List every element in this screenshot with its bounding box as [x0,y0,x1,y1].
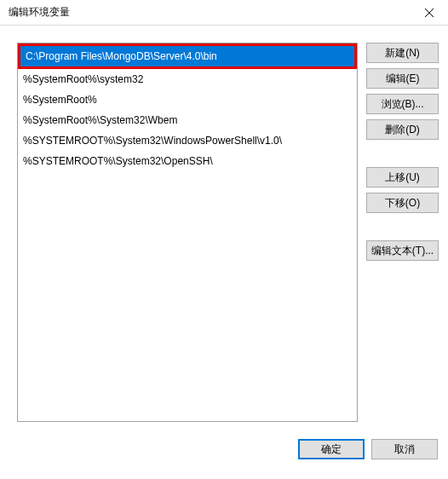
close-button[interactable] [410,0,448,26]
list-item[interactable]: %SystemRoot%\System32\Wbem [18,110,357,130]
browse-button[interactable]: 浏览(B)... [366,94,439,114]
footer: 确定 取消 [0,430,448,470]
button-column: 新建(N) 编辑(E) 浏览(B)... 删除(D) 上移(U) 下移(O) 编… [366,43,439,422]
new-button[interactable]: 新建(N) [366,43,439,63]
spacer [366,145,439,162]
list-item[interactable]: %SYSTEMROOT%\System32\WindowsPowerShell\… [18,130,357,151]
edit-text-button[interactable]: 编辑文本(T)... [366,240,439,261]
content-area: C:\Program Files\MongoDB\Server\4.0\bin … [0,26,448,430]
spacer [366,218,439,235]
edit-button[interactable]: 编辑(E) [366,68,439,89]
list-item[interactable]: C:\Program Files\MongoDB\Server\4.0\bin [20,46,354,66]
delete-button[interactable]: 删除(D) [366,119,439,140]
cancel-button[interactable]: 取消 [371,439,438,459]
close-icon [425,5,434,20]
list-item[interactable]: %SystemRoot%\system32 [18,69,357,89]
titlebar: 编辑环境变量 [0,0,448,26]
path-listbox[interactable]: C:\Program Files\MongoDB\Server\4.0\bin … [17,43,358,422]
list-item[interactable]: %SystemRoot% [18,89,357,110]
window-title: 编辑环境变量 [9,5,410,20]
move-up-button[interactable]: 上移(U) [366,167,439,188]
list-item[interactable]: %SYSTEMROOT%\System32\OpenSSH\ [18,151,357,171]
move-down-button[interactable]: 下移(O) [366,193,439,213]
highlighted-row: C:\Program Files\MongoDB\Server\4.0\bin [18,43,357,69]
ok-button[interactable]: 确定 [298,439,365,459]
